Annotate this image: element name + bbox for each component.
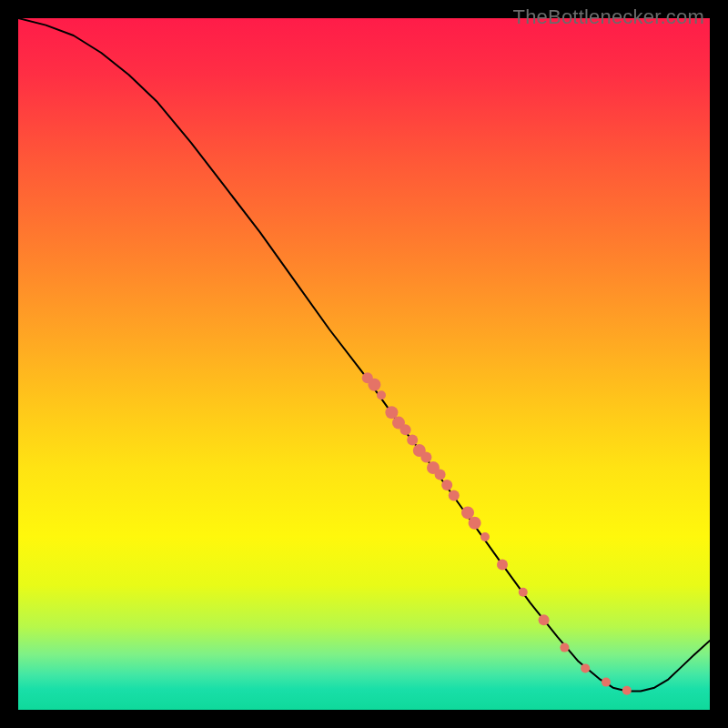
data-point — [539, 614, 550, 625]
data-point — [441, 480, 452, 490]
data-point — [449, 490, 460, 500]
data-point — [368, 379, 380, 391]
data-point — [469, 517, 481, 530]
data-point — [435, 470, 446, 480]
data-point — [400, 424, 411, 435]
data-point — [622, 686, 632, 695]
bottleneck-curve — [18, 18, 710, 691]
attribution-label: TheBottlenecker.com — [513, 5, 704, 29]
data-point — [480, 532, 490, 541]
data-point — [560, 643, 569, 652]
data-point — [377, 390, 386, 399]
chart-frame: TheBottlenecker.com — [0, 0, 728, 728]
data-point — [407, 435, 418, 446]
data-points-group — [362, 372, 632, 695]
data-point — [420, 452, 431, 463]
data-point — [385, 406, 398, 419]
chart-overlay — [18, 18, 710, 710]
plot-area — [18, 18, 710, 710]
data-point — [602, 678, 611, 687]
data-point — [519, 588, 528, 597]
data-point — [581, 663, 590, 672]
data-point — [461, 506, 474, 519]
data-point — [497, 559, 508, 570]
